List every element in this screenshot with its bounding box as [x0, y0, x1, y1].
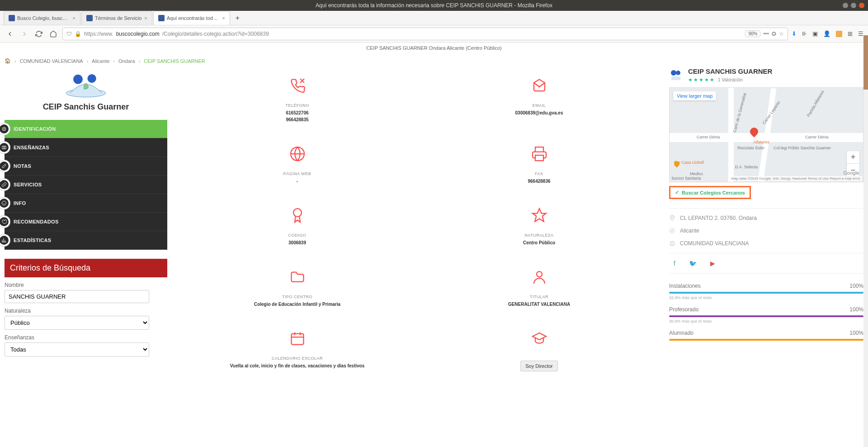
card-value: 03006839@edu.gva.es: [423, 109, 656, 116]
view-larger-map-button[interactable]: View larger map: [673, 91, 716, 100]
url-input[interactable]: 🛡 🔒 https://www.buscocolegio.com/Colegio…: [62, 28, 788, 40]
card-director: Soy Director: [418, 326, 660, 376]
sidenav-info[interactable]: INFO: [5, 194, 167, 213]
google-logo: Google: [844, 170, 859, 176]
card-code: CÓDIGO 3006839: [176, 203, 418, 251]
bookmark-icon[interactable]: ☆: [779, 31, 784, 37]
map[interactable]: View larger map Carrer Dénia Carrer Déni…: [669, 87, 863, 182]
back-button[interactable]: [5, 29, 15, 39]
breadcrumb-sep: ›: [139, 58, 141, 64]
progress-pct: 100%: [849, 330, 863, 336]
globe-icon: [181, 146, 414, 163]
account-icon[interactable]: 👤: [823, 30, 830, 37]
close-window-icon[interactable]: [859, 3, 864, 8]
shield-icon: 🛡: [66, 31, 72, 37]
menu-icon[interactable]: ☰: [858, 30, 863, 37]
tab-title: Términos de Servicio: [95, 15, 142, 21]
card-label: TELÉFONO: [181, 103, 414, 108]
sidebar-icon[interactable]: ▣: [812, 30, 818, 37]
reader-icon[interactable]: ✪: [772, 31, 776, 37]
svg-point-4: [4, 128, 5, 130]
province-text: Alicante: [680, 228, 699, 234]
card-value: 616522706: [181, 109, 414, 116]
pin-icon: [423, 207, 656, 225]
book-icon: [0, 142, 10, 153]
ext-icon[interactable]: [836, 31, 842, 37]
search-criteria: Criterios de Búsqueda Nombre Naturaleza …: [5, 259, 167, 357]
province-row: Alicante: [669, 228, 863, 234]
card-label: TITULAR: [423, 295, 656, 299]
map-street-label: Carrer Dénia: [805, 135, 829, 139]
breadcrumb-sep: ›: [113, 58, 115, 64]
download-icon[interactable]: ⬇: [792, 30, 797, 37]
svg-point-14: [670, 228, 675, 233]
card-label: PÁGINA WEB: [181, 171, 414, 176]
card-web: PÁGINA WEB -: [176, 141, 418, 189]
minimize-icon[interactable]: [843, 3, 848, 8]
close-tab-icon[interactable]: ×: [73, 15, 75, 21]
ext-icon[interactable]: ⊞: [848, 30, 853, 37]
progress-label: Profesorado: [669, 306, 698, 313]
tab-title: Busco Colegio, busca y c: [17, 15, 70, 21]
name-input[interactable]: [5, 290, 149, 303]
breadcrumb-city[interactable]: Ondara: [118, 58, 135, 64]
sidenav-identificacion[interactable]: IDENTIFICACIÓN: [5, 120, 167, 138]
card-value: 966428835: [181, 116, 414, 123]
zoom-in-button[interactable]: +: [847, 151, 859, 164]
new-tab-button[interactable]: +: [234, 12, 241, 24]
sidenav-recomendados[interactable]: RECOMENDADOS: [5, 213, 167, 231]
page-subtitle: CEIP SANCHIS GUARNER Ondara Alicante (Ce…: [0, 43, 868, 53]
favicon-icon: [86, 15, 93, 21]
aside-header: CEIP SANCHIS GUARNER ★ ★ ★ ★ ★ 1 Valorac…: [669, 67, 863, 83]
progress-sub: 32.8% más que el resto: [669, 295, 863, 300]
twitter-icon[interactable]: 🐦: [689, 260, 697, 267]
youtube-icon[interactable]: ▶: [710, 260, 715, 267]
toolbar-right: ⬇ ⊪ ▣ 👤 ⊞ ☰: [792, 30, 863, 37]
close-tab-icon[interactable]: ×: [144, 15, 147, 21]
rating-stars: ★ ★ ★ ★ ★ 1 Valoración: [688, 77, 772, 83]
more-icon[interactable]: •••: [763, 31, 769, 37]
card-calendar: CALENDARIO ESCOLAR Vuelta al cole, inici…: [176, 326, 418, 376]
star-icon: ★: [710, 77, 714, 83]
map-street-label: Camí de la Generalitat: [732, 92, 747, 133]
printer-icon: [423, 146, 656, 163]
home-icon[interactable]: 🏠: [5, 58, 11, 64]
favicon-icon: [9, 15, 15, 21]
edit-icon: [0, 160, 10, 172]
maximize-icon[interactable]: [851, 3, 856, 8]
nature-select[interactable]: Público: [5, 316, 149, 330]
facebook-icon[interactable]: f: [674, 260, 675, 267]
card-label: CÓDIGO: [181, 233, 414, 238]
home-button[interactable]: [48, 29, 59, 39]
card-type: TIPO CENTRO Colegio de Educación Infanti…: [176, 264, 418, 312]
map-poi-label: Col·legi Públic Sanchis Guarner: [774, 146, 831, 150]
graduation-icon: [423, 330, 656, 348]
sidenav-ensenanzas[interactable]: ENSEÑANZAS: [5, 138, 167, 157]
sidenav-notas[interactable]: NOTAS: [5, 157, 167, 176]
nearby-schools-button[interactable]: ✓ Buscar Colegios Cercanos: [669, 186, 751, 199]
social-row: f 🐦 ▶: [669, 253, 863, 274]
close-tab-icon[interactable]: ×: [222, 15, 225, 21]
zoom-indicator[interactable]: 90%: [745, 30, 760, 37]
sidenav-servicios[interactable]: SERVICIOS: [5, 176, 167, 194]
browser-tab-active[interactable]: Aquí encontrarás toda la ×: [153, 11, 230, 25]
breadcrumb-region[interactable]: COMUNIDAD VALENCIANA: [20, 58, 83, 64]
breadcrumb-province[interactable]: Alicante: [92, 58, 109, 64]
teaching-select[interactable]: Todas: [5, 342, 149, 357]
forward-button[interactable]: [19, 29, 30, 39]
target-icon: [0, 123, 10, 135]
region-row: COMUNIDAD VALENCIANA: [669, 240, 863, 247]
reload-button[interactable]: [33, 29, 44, 39]
progress-sub: 30.8% más que el resto: [669, 319, 863, 323]
library-icon[interactable]: ⊪: [802, 30, 807, 37]
award-icon: [181, 207, 414, 225]
browser-tab[interactable]: Busco Colegio, busca y c ×: [4, 11, 80, 25]
sidenav-label: RECOMENDADOS: [14, 219, 59, 224]
criteria-header: Criterios de Búsqueda: [5, 259, 167, 277]
browser-tab[interactable]: Términos de Servicio ×: [81, 11, 152, 25]
director-button[interactable]: Soy Director: [520, 361, 558, 371]
sidebar-left: CEIP Sanchis Guarner IDENTIFICACIÓN ENSE…: [5, 64, 167, 376]
card-value: Centro Público: [423, 239, 656, 246]
scrollbar-thumb[interactable]: [863, 35, 868, 90]
sidenav-estadisticas[interactable]: ESTADÍSTICAS: [5, 231, 167, 250]
